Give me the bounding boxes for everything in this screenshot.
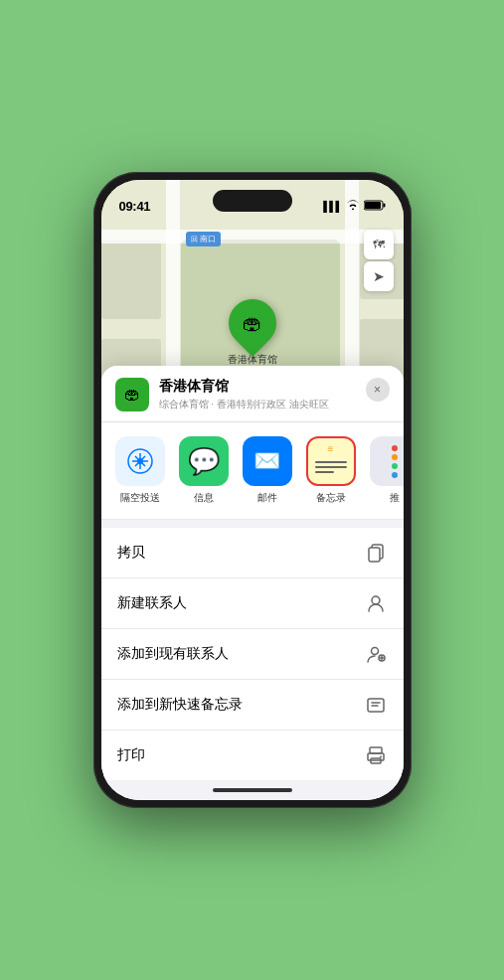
svg-rect-6 [369,548,380,562]
mail-label: 邮件 [257,491,277,505]
add-contact-label: 添加到现有联系人 [117,645,229,663]
stadium-pin: 🏟 香港体育馆 [228,299,277,367]
action-copy[interactable]: 拷贝 [101,528,404,578]
copy-label: 拷贝 [117,544,145,562]
share-more[interactable]: 推 [366,436,404,505]
map-type-button[interactable]: 🗺 [364,230,394,259]
print-label: 打印 [117,746,145,764]
svg-point-14 [380,756,382,758]
close-button[interactable]: × [366,378,390,402]
map-controls: 🗺 ➤ [364,230,394,291]
new-contact-icon [364,591,388,615]
add-contact-icon [364,642,388,666]
action-list: 拷贝 新建联系人 [101,528,404,780]
print-icon [364,743,388,767]
svg-point-7 [372,596,380,604]
new-contact-label: 新建联系人 [117,594,187,612]
phone-frame: 09:41 ▌▌▌ [93,172,412,808]
action-print[interactable]: 打印 [101,731,404,780]
mail-icon: ✉️ [243,436,292,486]
action-new-contact[interactable]: 新建联系人 [101,578,404,629]
dynamic-island [213,190,292,212]
action-add-contact[interactable]: 添加到现有联系人 [101,629,404,680]
messages-icon: 💬 [179,436,229,486]
copy-icon [364,541,388,565]
home-indicator [101,780,404,800]
battery-icon [364,200,386,213]
status-icons: ▌▌▌ [323,199,385,213]
share-airdrop[interactable]: 隔空投送 [111,436,169,505]
airdrop-label: 隔空投送 [120,491,160,505]
share-apps-row: 隔空投送 💬 信息 ✉️ 邮件 [101,422,404,520]
action-quick-note[interactable]: 添加到新快速备忘录 [101,680,404,731]
svg-point-4 [137,458,143,464]
location-text: 香港体育馆 综合体育馆 · 香港特别行政区 油尖旺区 [159,378,356,411]
share-messages[interactable]: 💬 信息 [175,436,233,505]
notes-icon: ≡ [306,436,356,486]
svg-rect-2 [365,202,381,209]
location-subtitle: 综合体育馆 · 香港特别行政区 油尖旺区 [159,398,356,411]
more-circles [392,445,398,478]
svg-rect-1 [383,203,385,207]
location-header: 🏟 香港体育馆 综合体育馆 · 香港特别行政区 油尖旺区 × [101,366,404,422]
bottom-sheet: 🏟 香港体育馆 综合体育馆 · 香港特别行政区 油尖旺区 × [101,366,404,800]
location-icon: 🏟 [115,378,149,411]
notes-label: 备忘录 [316,491,346,505]
share-notes[interactable]: ≡ 备忘录 [302,436,360,505]
phone-screen: 09:41 ▌▌▌ [101,180,404,800]
home-bar [213,788,292,792]
share-mail[interactable]: ✉️ 邮件 [239,436,296,505]
map-label: 回南口 [186,232,221,246]
signal-icon: ▌▌▌ [323,201,341,212]
airdrop-icon [115,436,165,486]
pin-circle-bg: 🏟 [219,289,286,357]
more-label: 推 [390,491,400,505]
notes-lines-icon [315,461,347,476]
svg-point-8 [371,648,378,655]
messages-label: 信息 [194,491,214,505]
status-time: 09:41 [119,199,151,214]
quick-note-label: 添加到新快速备忘录 [117,696,243,714]
wifi-icon [346,199,360,213]
svg-rect-11 [370,747,382,753]
location-button[interactable]: ➤ [364,261,394,291]
more-icon [370,436,404,486]
quick-note-icon [364,693,388,717]
pin-icon: 🏟 [243,312,262,335]
location-name: 香港体育馆 [159,378,356,396]
